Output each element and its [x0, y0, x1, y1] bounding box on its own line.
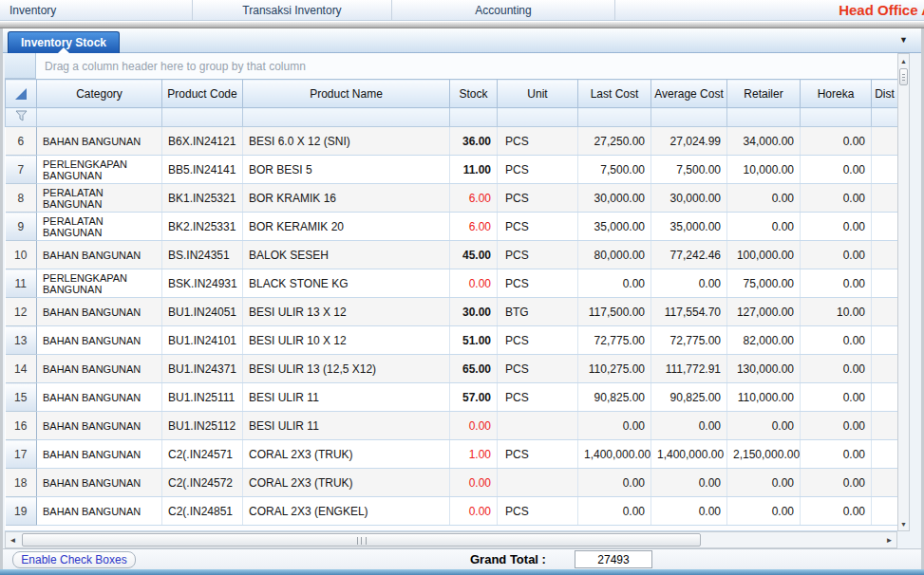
retailer-cell[interactable]: 0.00	[727, 184, 801, 213]
row-number[interactable]: 11	[6, 269, 37, 298]
column-header-retailer[interactable]: Retailer	[727, 80, 801, 108]
menu-item-inventory[interactable]: Inventory	[0, 0, 193, 20]
category-cell[interactable]: BAHAN BANGUNAN	[37, 326, 162, 355]
average-cost-cell[interactable]: 77,242.46	[651, 241, 727, 269]
dist-cell[interactable]	[872, 127, 898, 156]
row-number[interactable]: 19	[6, 497, 37, 526]
unit-cell[interactable]: PCS	[498, 241, 578, 269]
table-row[interactable]: 10BAHAN BANGUNANBS.IN24351BALOK SESEH45.…	[6, 241, 898, 269]
category-cell[interactable]: BAHAN BANGUNAN	[37, 412, 162, 440]
column-header-horeka[interactable]: Horeka	[801, 80, 872, 108]
filter-cell[interactable]	[651, 108, 727, 127]
product-code-cell[interactable]: BS.IN24351	[162, 241, 243, 269]
average-cost-cell[interactable]: 72,775.00	[651, 326, 727, 355]
average-cost-cell[interactable]: 0.00	[651, 497, 727, 526]
category-cell[interactable]: PERLENGKAPAN BANGUNAN	[37, 269, 162, 298]
row-number[interactable]: 18	[6, 469, 37, 497]
product-code-cell[interactable]: C2(.IN24572	[162, 469, 243, 497]
retailer-cell[interactable]: 34,000.00	[727, 127, 801, 156]
product-name-cell[interactable]: BLACK STONE KG	[243, 269, 450, 298]
average-cost-cell[interactable]: 0.00	[651, 269, 727, 298]
table-row[interactable]: 18BAHAN BANGUNANC2(.IN24572CORAL 2X3 (TR…	[6, 469, 898, 497]
table-row[interactable]: 14BAHAN BANGUNANBU1.IN24371BESI ULIR 13 …	[6, 355, 898, 383]
product-name-cell[interactable]: BOR KRAMIK 16	[243, 184, 450, 213]
last-cost-cell[interactable]: 0.00	[578, 469, 651, 497]
enable-checkboxes-button[interactable]: Enable Check Boxes	[12, 551, 136, 568]
tab-inventory-stock[interactable]: Inventory Stock	[8, 31, 120, 53]
table-row[interactable]: 19BAHAN BANGUNANC2(.IN24851CORAL 2X3 (EN…	[6, 497, 898, 526]
stock-cell[interactable]: 45.00	[450, 241, 498, 269]
horeka-cell[interactable]: 0.00	[801, 355, 872, 383]
product-name-cell[interactable]: BESI ULIR 11	[243, 383, 450, 412]
tabstrip-dropdown-icon[interactable]: ▼	[899, 35, 908, 45]
stock-cell[interactable]: 6.00	[450, 184, 498, 213]
unit-cell[interactable]	[498, 412, 578, 440]
horeka-cell[interactable]: 0.00	[801, 269, 872, 298]
row-number[interactable]: 10	[6, 241, 37, 269]
horeka-cell[interactable]: 0.00	[801, 440, 872, 469]
horizontal-scroll-thumb[interactable]	[22, 533, 701, 547]
unit-cell[interactable]: PCS	[498, 440, 578, 469]
vertical-scroll-track[interactable]	[898, 86, 909, 517]
retailer-cell[interactable]: 130,000.00	[727, 355, 801, 383]
vertical-scrollbar[interactable]: ▲ ▼	[897, 53, 910, 531]
product-code-cell[interactable]: BU1.IN24371	[162, 355, 243, 383]
table-row[interactable]: 9PERALATAN BANGUNANBK2.IN25331BOR KERAMI…	[6, 213, 898, 241]
dist-cell[interactable]	[872, 412, 898, 440]
average-cost-cell[interactable]: 0.00	[651, 469, 727, 497]
unit-cell[interactable]: PCS	[498, 326, 578, 355]
filter-icon-cell[interactable]	[6, 108, 37, 127]
retailer-cell[interactable]: 0.00	[727, 497, 801, 526]
last-cost-cell[interactable]: 90,825.00	[578, 383, 651, 412]
category-cell[interactable]: PERLENGKAPAN BANGUNAN	[37, 156, 162, 184]
unit-cell[interactable]: PCS	[498, 497, 578, 526]
horeka-cell[interactable]: 0.00	[801, 497, 872, 526]
average-cost-cell[interactable]: 7,500.00	[651, 156, 727, 184]
category-cell[interactable]: BAHAN BANGUNAN	[37, 355, 162, 383]
horeka-cell[interactable]: 0.00	[801, 383, 872, 412]
product-name-cell[interactable]: BESI ULIR 13 X 12	[243, 298, 450, 326]
dist-cell[interactable]	[872, 383, 898, 412]
filter-cell[interactable]	[498, 108, 578, 127]
horizontal-scrollbar[interactable]: ◄ ►	[5, 531, 897, 548]
unit-cell[interactable]: PCS	[498, 213, 578, 241]
last-cost-cell[interactable]: 30,000.00	[578, 184, 651, 213]
category-cell[interactable]: BAHAN BANGUNAN	[37, 127, 162, 156]
category-cell[interactable]: PERALATAN BANGUNAN	[37, 213, 162, 241]
last-cost-cell[interactable]: 80,000.00	[578, 241, 651, 269]
product-code-cell[interactable]: BB5.IN24141	[162, 156, 243, 184]
average-cost-cell[interactable]: 27,024.99	[651, 127, 727, 156]
horeka-cell[interactable]: 0.00	[801, 326, 872, 355]
column-header-last-cost[interactable]: Last Cost	[578, 80, 651, 108]
last-cost-cell[interactable]: 110,275.00	[578, 355, 651, 383]
category-cell[interactable]: PERALATAN BANGUNAN	[37, 184, 162, 213]
product-code-cell[interactable]: C2(.IN24851	[162, 497, 243, 526]
retailer-cell[interactable]: 0.00	[727, 412, 801, 440]
table-row[interactable]: 13BAHAN BANGUNANBU1.IN24101BESI ULIR 10 …	[6, 326, 898, 355]
product-code-cell[interactable]: BU1.IN25112	[162, 412, 243, 440]
filter-cell[interactable]	[872, 108, 898, 127]
grand-total-input[interactable]	[575, 550, 652, 568]
stock-cell[interactable]: 30.00	[450, 298, 498, 326]
product-name-cell[interactable]: BESI 6.0 X 12 (SNI)	[243, 127, 450, 156]
product-code-cell[interactable]: B6X.IN24121	[162, 127, 243, 156]
menu-item-transaksi-inventory[interactable]: Transaksi Inventory	[193, 0, 392, 20]
product-code-cell[interactable]: BK2.IN25331	[162, 213, 243, 241]
retailer-cell[interactable]: 2,150,000.00	[727, 440, 801, 469]
row-number[interactable]: 12	[6, 298, 37, 326]
last-cost-cell[interactable]: 117,500.00	[578, 298, 651, 326]
category-cell[interactable]: BAHAN BANGUNAN	[37, 241, 162, 269]
horeka-cell[interactable]: 0.00	[801, 213, 872, 241]
vertical-scroll-thumb[interactable]	[899, 68, 908, 85]
retailer-cell[interactable]: 0.00	[727, 469, 801, 497]
product-code-cell[interactable]: C2(.IN24571	[162, 440, 243, 469]
column-header-category[interactable]: Category	[37, 80, 162, 108]
category-cell[interactable]: BAHAN BANGUNAN	[37, 440, 162, 469]
average-cost-cell[interactable]: 30,000.00	[651, 184, 727, 213]
product-code-cell[interactable]: BSK.IN24931	[162, 269, 243, 298]
product-name-cell[interactable]: CORAL 2X3 (ENGKEL)	[243, 497, 450, 526]
average-cost-cell[interactable]: 1,400,000.00	[651, 440, 727, 469]
filter-cell[interactable]	[801, 108, 872, 127]
filter-cell[interactable]	[162, 108, 243, 127]
category-cell[interactable]: BAHAN BANGUNAN	[37, 383, 162, 412]
